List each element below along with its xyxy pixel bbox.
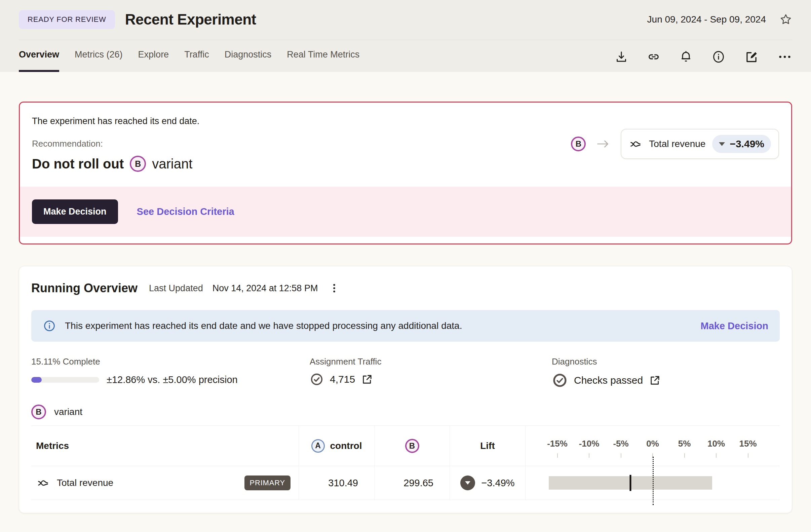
info-icon [43,319,56,333]
check-circle-icon [310,372,324,386]
control-a-badge: A [311,439,325,453]
alert-footer: Make Decision See Decision Criteria [20,187,791,237]
variant-row: B variant [31,405,780,419]
check-circle-icon [552,372,568,389]
diagnostics-stat: Diagnostics Checks passed [552,356,661,389]
tab-metrics[interactable]: Metrics (26) [75,49,123,72]
recommendation-suffix: variant [152,156,192,171]
variant-value-cell: 299.65 [374,466,450,500]
metric-cell: Total revenue PRIMARY [31,466,299,500]
link-icon[interactable] [647,50,660,63]
star-icon[interactable] [779,13,792,26]
axis-tick-label: -5% [613,439,628,449]
ci-bar [549,476,712,490]
last-updated-value: Nov 14, 2024 at 12:58 PM [213,283,318,293]
metric-trend-icon [629,138,642,150]
metric-name: Total revenue [649,139,705,149]
lift-down-icon [460,475,475,490]
running-overview-card: Running Overview Last Updated Nov 14, 20… [19,266,792,513]
tab-explore[interactable]: Explore [138,49,169,72]
download-icon[interactable] [615,50,628,63]
metric-delta-value: −3.49% [730,138,764,150]
bell-icon[interactable] [679,50,693,63]
variant-label: variant [54,407,82,417]
make-decision-button[interactable]: Make Decision [32,199,118,224]
banner-text: This experiment has reached its end date… [65,320,692,331]
info-banner: This experiment has reached its end date… [31,310,780,342]
title-row: READY FOR REVIEW Recent Experiment Jun 0… [19,0,792,29]
tab-diagnostics[interactable]: Diagnostics [225,49,272,72]
tab-overview[interactable]: Overview [19,49,59,72]
metrics-table: Metrics A control B Lift -15%-10%-5%0%5%… [31,425,780,500]
chevron-down-icon [719,142,725,146]
axis-tick [684,453,685,458]
table-header-row: Metrics A control B Lift -15%-10%-5%0%5%… [31,426,780,466]
axis-tick-label: 0% [646,439,659,449]
column-header-control: A control [299,426,374,466]
variant-b-badge: B [31,405,46,419]
axis-tick [621,453,621,458]
alert-left: The experiment has reached its end date.… [32,116,199,172]
card-header: Running Overview Last Updated Nov 14, 20… [31,281,780,295]
axis-tick-label: 5% [678,439,691,449]
external-link-icon[interactable] [649,374,661,386]
control-value-cell: 310.49 [299,466,374,500]
assignment-traffic-stat: Assignment Traffic 4,715 [310,356,552,389]
page-header: READY FOR REVIEW Recent Experiment Jun 0… [0,0,811,72]
axis-tick [748,453,748,458]
tab-actions [615,50,792,72]
progress-bar [31,377,99,383]
diagnostics-line: Checks passed [552,372,661,389]
progress-fill [31,377,42,383]
tab-real-time-metrics[interactable]: Real Time Metrics [287,49,359,72]
progress-label: 15.11% Complete [31,356,310,367]
progress-stat: 15.11% Complete ±12.86% vs. ±5.00% preci… [31,356,310,389]
variant-b-badge: B [130,156,146,172]
tab-bar: Overview Metrics (26) Explore Traffic Di… [19,40,792,72]
recommendation-action: Do not roll out [32,156,124,171]
axis-tick [716,453,717,458]
page-title: Recent Experiment [125,11,256,28]
variant-b-badge: B [571,137,586,151]
assignment-traffic-line: 4,715 [310,372,552,386]
tab-traffic[interactable]: Traffic [184,49,209,72]
alert-message: The experiment has reached its end date. [32,116,199,126]
zero-line [653,457,654,505]
axis-tick [589,453,590,458]
alert-metric-summary: B Total revenue −3.49% [571,129,779,159]
date-range: Jun 09, 2024 - Sep 09, 2024 [647,14,766,25]
lift-value: −3.49% [481,477,515,489]
ci-marker [630,475,631,491]
alert-body: The experiment has reached its end date.… [20,103,791,172]
metric-selector[interactable]: Total revenue −3.49% [621,129,779,159]
metric-row-name: Total revenue [57,477,113,488]
stats-row: 15.11% Complete ±12.86% vs. ±5.00% preci… [31,356,780,389]
recommendation-alert: The experiment has reached its end date.… [19,102,792,244]
external-link-icon[interactable] [361,373,373,385]
tabs: Overview Metrics (26) Explore Traffic Di… [19,49,359,72]
variant-b-badge: B [405,439,419,453]
edit-icon[interactable] [745,50,759,64]
precision-text: ±12.86% vs. ±5.00% precision [107,374,238,385]
info-icon[interactable] [711,50,725,64]
control-header-label: control [330,441,362,451]
recommendation-label: Recommendation: [32,139,199,149]
column-header-variant: B [374,426,450,466]
assignment-traffic-label: Assignment Traffic [310,356,552,367]
diagnostics-status: Checks passed [574,375,643,386]
table-row[interactable]: Total revenue PRIMARY 310.49 299.65 −3.4… [31,466,780,500]
more-icon[interactable] [777,50,792,63]
assignment-traffic-value: 4,715 [330,374,355,385]
axis-tick-label: 10% [707,439,725,449]
card-title: Running Overview [31,281,138,295]
metric-delta-pill[interactable]: −3.49% [712,135,771,153]
see-decision-criteria-link[interactable]: See Decision Criteria [137,206,234,217]
column-header-metrics: Metrics [31,426,299,466]
arrow-right-icon [595,138,611,150]
lift-cell: −3.49% [450,466,525,500]
banner-make-decision-link[interactable]: Make Decision [701,320,768,332]
kebab-menu-icon[interactable] [329,283,339,294]
axis-tick-label: 15% [739,439,756,449]
axis-tick-label: -15% [547,439,568,449]
axis-tick [557,453,558,458]
